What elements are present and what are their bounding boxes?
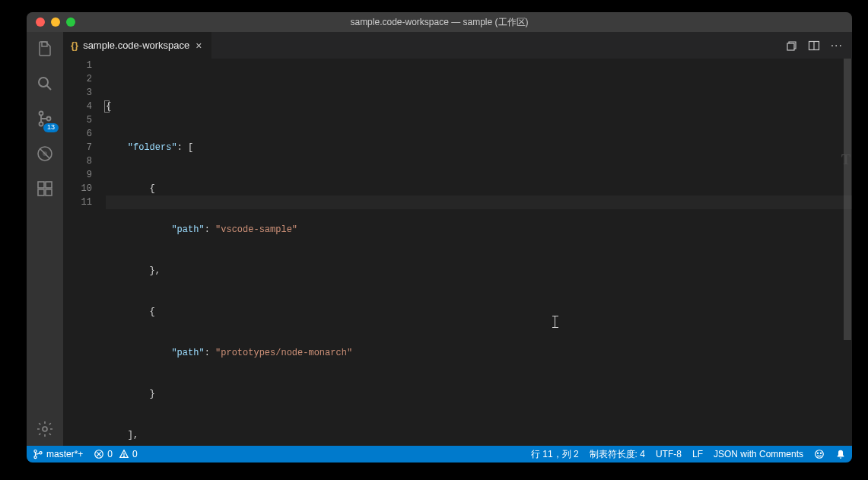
line-number: 10 [63, 182, 92, 195]
window-title: sample.code-workspace — sample (工作区) [27, 16, 852, 29]
branch-name: master*+ [46, 449, 83, 459]
svg-point-4 [40, 122, 43, 126]
debug-icon[interactable] [34, 143, 56, 164]
extensions-icon[interactable] [34, 178, 56, 199]
explorer-icon[interactable] [34, 38, 56, 59]
current-line-highlight [106, 195, 852, 209]
bracket-match-box [104, 100, 110, 113]
line-number: 4 [63, 100, 92, 113]
line-number: 7 [63, 141, 92, 154]
scm-badge: 13 [43, 123, 59, 132]
minimize-window-button[interactable] [51, 17, 60, 27]
source-control-icon[interactable]: 13 [34, 108, 56, 129]
svg-point-17 [34, 456, 37, 458]
close-window-button[interactable] [36, 17, 45, 27]
tab-close-icon[interactable]: × [194, 40, 203, 52]
open-workspace-settings-icon[interactable] [785, 40, 797, 52]
svg-point-16 [34, 450, 37, 452]
workbench-body: 13 {} sample.code-workspace [27, 32, 852, 446]
editor-actions: ··· [776, 32, 852, 59]
more-actions-icon[interactable]: ··· [831, 39, 843, 52]
text-cursor-icon [555, 316, 556, 328]
svg-point-18 [40, 452, 42, 454]
svg-line-2 [47, 86, 52, 91]
line-number: 9 [63, 168, 92, 182]
svg-point-12 [43, 427, 47, 431]
svg-rect-9 [46, 182, 52, 188]
scrollbar-thumb[interactable] [844, 59, 851, 340]
line-number: 11 [63, 195, 92, 209]
svg-rect-11 [46, 189, 52, 195]
line-number: 3 [63, 86, 92, 100]
line-number: 2 [63, 72, 92, 86]
titlebar[interactable]: sample.code-workspace — sample (工作区) [27, 12, 852, 32]
activity-bar: 13 [27, 32, 63, 446]
svg-point-3 [40, 112, 43, 116]
json-file-icon: {} [71, 40, 78, 51]
traffic-lights [27, 17, 75, 27]
svg-rect-8 [38, 182, 44, 188]
tabs-bar: {} sample.code-workspace × ··· [63, 32, 852, 59]
tab-sample-workspace[interactable]: {} sample.code-workspace × [63, 32, 212, 59]
svg-point-7 [43, 151, 47, 156]
minimap-marker: T [841, 153, 851, 167]
svg-point-5 [47, 117, 51, 121]
svg-point-1 [39, 78, 48, 87]
git-branch-status[interactable]: master*+ [33, 449, 83, 459]
line-number: 1 [63, 59, 92, 72]
text-editor[interactable]: 1 2 3 4 5 6 7 8 9 10 11 { "folders": [ [63, 59, 852, 446]
svg-rect-13 [787, 43, 794, 50]
line-number: 6 [63, 127, 92, 141]
tab-label: sample.code-workspace [83, 40, 189, 51]
search-icon[interactable] [34, 73, 56, 94]
svg-rect-10 [38, 189, 44, 195]
line-number-gutter: 1 2 3 4 5 6 7 8 9 10 11 [63, 59, 106, 446]
vscode-window: sample.code-workspace — sample (工作区) 13 [27, 12, 852, 463]
maximize-window-button[interactable] [66, 17, 75, 27]
vertical-scrollbar[interactable] [843, 59, 852, 446]
code-content[interactable]: { "folders": [ { "path": "vscode-sample"… [106, 59, 852, 446]
settings-gear-icon[interactable] [34, 418, 56, 440]
line-number: 8 [63, 154, 92, 168]
line-number: 5 [63, 113, 92, 127]
split-editor-icon[interactable] [808, 40, 820, 52]
editor-group: {} sample.code-workspace × ··· [63, 32, 852, 446]
